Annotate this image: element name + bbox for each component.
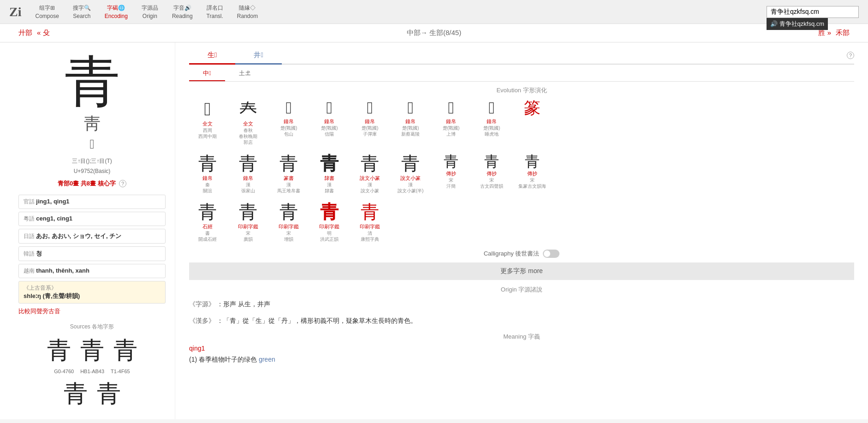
- nav-reading[interactable]: 字音🔊 Reading: [172, 4, 193, 19]
- evo-char-r2-1[interactable]: 青: [239, 153, 257, 175]
- compare-link[interactable]: 比較同聲旁古音: [18, 307, 166, 316]
- origin-text-0: ：形声 从生，井声: [217, 300, 270, 308]
- evo-item-r2-4: 青 說文小篆 漢說文小篆: [351, 153, 388, 194]
- source-char-g0[interactable]: 青: [47, 334, 71, 367]
- source-code-g0: G0-4760: [54, 369, 74, 374]
- char-info-link[interactable]: 青部0畫 共8畫 核心字: [58, 180, 116, 187]
- sub-tab-tu[interactable]: 土𡈽: [225, 66, 265, 81]
- evo-char-r2-3[interactable]: 青: [320, 153, 339, 175]
- evo-char-r2-8[interactable]: 青: [525, 153, 540, 170]
- evo-char-r2-2[interactable]: 青: [279, 153, 298, 175]
- evo-item-r3-0: 青 石經 書開成石經: [189, 201, 226, 242]
- evo-char-0[interactable]: 𡗕: [204, 98, 211, 120]
- tab-help-icon[interactable]: ?: [847, 52, 854, 59]
- evo-char-8[interactable]: 篆: [524, 98, 541, 118]
- source-code-t1: T1-4F65: [111, 369, 130, 374]
- evo-item-r3-2: 青 印刷字鑑 宋增韻: [270, 201, 307, 242]
- pron-mandarin[interactable]: 官話 jing1, qing1: [18, 195, 166, 209]
- evo-char-r2-0[interactable]: 青: [198, 153, 217, 175]
- evo-char-4[interactable]: 𢌺: [367, 98, 373, 118]
- calligraphy-toggle[interactable]: [543, 250, 559, 258]
- help-icon[interactable]: ?: [119, 180, 126, 187]
- evo-item-5: 𢌻 鐘帛 楚(戰國)新蔡葛陵: [392, 98, 429, 145]
- tab-jing[interactable]: 井𠓜: [235, 47, 281, 65]
- pron-vietnamese[interactable]: 越南 thanh, thênh, xanh: [18, 264, 166, 278]
- nav-origin[interactable]: 字源品 Origin: [142, 4, 158, 19]
- meaning-num-0: (1): [189, 356, 197, 363]
- search-input[interactable]: [767, 6, 859, 18]
- breadcrumb-left-nav[interactable]: « 殳: [37, 29, 50, 37]
- pron-korean[interactable]: 韓語 청: [18, 246, 166, 261]
- sub-tab-zhong[interactable]: 中𠦂: [189, 66, 225, 81]
- evo-char-r2-4[interactable]: 青: [361, 153, 379, 175]
- evo-char-r3-1[interactable]: 青: [239, 201, 257, 223]
- origin-entry-0: 《字源》 ：形声 从生，井声: [189, 298, 854, 310]
- evo-item-2: 𢌸 鐘帛 楚(戰國)包山: [270, 98, 307, 145]
- meaning-title: Meaning 字義: [189, 333, 854, 341]
- toggle-knob: [544, 250, 550, 257]
- evo-char-1[interactable]: 𡗗: [239, 98, 257, 120]
- source-char-hb1[interactable]: 青: [80, 334, 104, 367]
- calligraphy-row: Calligraphy 後世書法: [189, 250, 854, 258]
- evo-item-r3-3: 青 印刷字鑑 明洪武正韻: [311, 201, 348, 242]
- pron-old-chinese[interactable]: 《上古音系》 shleːŋ (青,生聲/耕韻): [18, 281, 166, 304]
- sources-chars: 青 青 青: [18, 334, 166, 367]
- tab-sheng[interactable]: 生𡗕: [189, 47, 235, 65]
- calligraphy-label: Calligraphy 後世書法: [484, 250, 540, 258]
- breadcrumb-left-char[interactable]: 廾部: [18, 29, 32, 37]
- evo-item-r2-8: 青 傳抄 宋集篆古文韻海: [514, 153, 551, 194]
- right-panel: 生𡗕 井𠓜 ? 中𠦂 土𡈽 Evolution 字形演化 𡗕 全文 西周西周中期…: [175, 42, 868, 419]
- source-char2-1[interactable]: 青: [97, 378, 121, 410]
- random-label: Random: [237, 13, 258, 19]
- encoding-label: Encoding: [105, 13, 128, 19]
- evo-char-3[interactable]: 𢌹: [326, 98, 332, 118]
- evo-char-r2-6[interactable]: 青: [444, 153, 458, 170]
- evo-char-r2-5[interactable]: 青: [401, 153, 420, 175]
- evo-char-r3-2[interactable]: 青: [279, 201, 298, 223]
- breadcrumb-right-char[interactable]: 禾部: [836, 29, 850, 37]
- search-box: 🔊 青争社qzkfsq.cm: [767, 6, 859, 18]
- evo-char-r2-7[interactable]: 青: [484, 153, 499, 170]
- compose-label: Compose: [35, 13, 59, 19]
- evo-item-r3-1: 青 印刷字鑑 宋廣韻: [230, 201, 267, 242]
- char-meta-line2: U+9752(Basic): [18, 167, 166, 177]
- evolution-grid-3: 青 石經 書開成石經 青 印刷字鑑 宋廣韻 青 印刷字鑑 宋增韻 青 印刷字鑑 …: [189, 201, 854, 242]
- nav-random[interactable]: 隨緣◇ Random: [237, 4, 258, 19]
- evo-char-r3-4[interactable]: 青: [361, 201, 379, 223]
- origin-text-1: ：「青」從「生」從「丹」，構形初義不明，疑象草木生長時的青色。: [217, 317, 417, 324]
- nav-transl[interactable]: 譯名口 Transl.: [207, 4, 223, 19]
- pronunciations: 官話 jing1, qing1 粵語 ceng1, cing1 日語 あお, あ…: [18, 195, 166, 304]
- char-variant: 靑: [18, 113, 166, 135]
- breadcrumb-right-nav[interactable]: 胜 »: [818, 29, 831, 37]
- evo-char-5[interactable]: 𢌻: [407, 98, 413, 118]
- pron-japanese[interactable]: 日語 あお, あおい, ショウ, セイ, チン: [18, 229, 166, 244]
- evo-char-6[interactable]: 𢌼: [448, 98, 454, 118]
- source-char2-0[interactable]: 青: [64, 378, 88, 410]
- evo-item-r2-5: 青 說文小篆 漢說文小篆(半): [392, 153, 429, 194]
- nav-encoding[interactable]: 字碣🌐 Encoding: [105, 4, 128, 19]
- compose-icon: 组字⊞: [39, 4, 55, 12]
- meaning-item-0: (1) 春季植物叶子的绿色 green: [189, 354, 854, 365]
- nav-compose[interactable]: 组字⊞ Compose: [35, 4, 59, 19]
- evolution-grid-2: 青 鐘帛 秦關沮 青 鐘帛 漢張家山 青 篆書 漢馬王堆帛書 青 隸書 漢隸書 …: [189, 153, 854, 194]
- breadcrumb-mid: 中部→ 生部(8/45): [54, 29, 814, 37]
- reading-label: Reading: [172, 13, 193, 19]
- origin-entry-1: 《漢多》 ：「青」從「生」從「丹」，構形初義不明，疑象草木生長時的青色。: [189, 314, 854, 327]
- nav-search[interactable]: 搜字🔍 Search: [73, 4, 91, 19]
- evo-item-r2-7: 青 傳抄 宋古文四聲韻: [473, 153, 510, 194]
- breadcrumb-bar: 廾部 « 殳 中部→ 生部(8/45) 胜 » 禾部: [0, 24, 868, 42]
- evo-char-2[interactable]: 𢌸: [285, 98, 291, 118]
- evo-item-r3-4: 青 印刷字鑑 清康熙字典: [351, 201, 388, 242]
- evo-item-6: 𢌼 鐘帛 楚(戰國)上博: [433, 98, 470, 145]
- evo-char-r3-3[interactable]: 青: [320, 201, 339, 223]
- meaning-pron: qing1: [189, 345, 854, 352]
- search-dropdown[interactable]: 🔊 青争社qzkfsq.cm: [767, 18, 828, 30]
- evo-char-7[interactable]: 𢌽: [488, 98, 494, 118]
- evo-char-r3-0[interactable]: 青: [198, 201, 217, 223]
- origin-icon: 字源品: [142, 4, 158, 12]
- logo[interactable]: Zi: [9, 5, 21, 19]
- reading-icon: 字音🔊: [173, 4, 191, 12]
- pron-cantonese[interactable]: 粵語 ceng1, cing1: [18, 212, 166, 226]
- more-btn[interactable]: 更多字形 more: [189, 262, 854, 280]
- source-char-t1[interactable]: 青: [113, 334, 137, 367]
